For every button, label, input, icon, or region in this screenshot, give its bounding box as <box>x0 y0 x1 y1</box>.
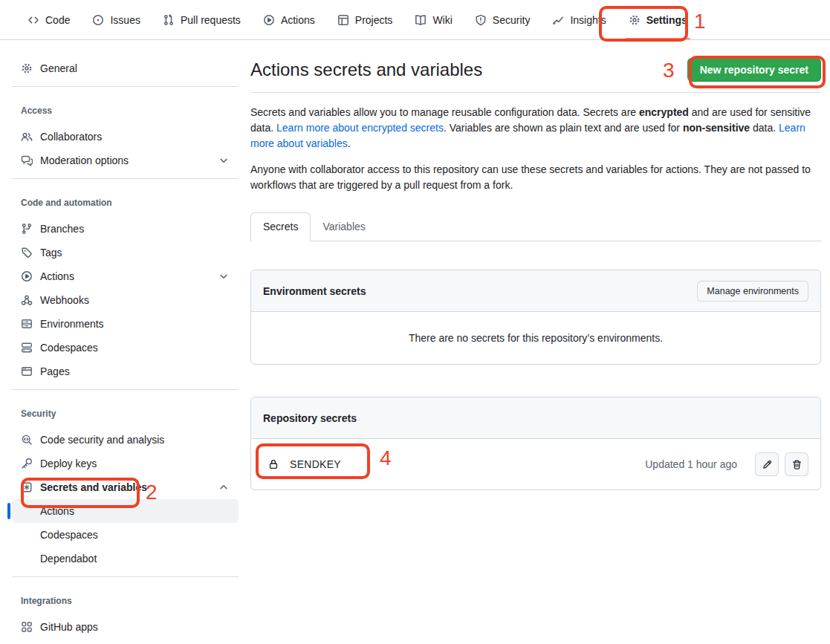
nav-tab-wiki[interactable]: Wiki <box>407 0 459 39</box>
nav-tab-actions[interactable]: Actions <box>256 0 322 39</box>
secrets-variables-tabnav: Secrets Variables <box>250 212 821 241</box>
sidebar-item-deploy-keys[interactable]: Deploy keys <box>12 452 239 475</box>
note-paragraph: Anyone with collaborator access to this … <box>250 162 821 193</box>
tab-secrets[interactable]: Secrets <box>250 212 311 241</box>
sidebar-item-tags[interactable]: Tags <box>12 241 239 264</box>
sidebar-section-code-and-automation: Code and automation <box>12 185 239 217</box>
environment-secrets-title: Environment secrets <box>263 285 366 297</box>
settings-layout: GeneralAccessCollaboratorsModeration opt… <box>0 40 830 644</box>
chevron-down-icon <box>218 155 230 166</box>
code-icon <box>27 14 39 26</box>
people-icon <box>21 131 33 143</box>
sidebar-item-actions[interactable]: Actions <box>12 499 239 523</box>
sidebar-item-environments[interactable]: Environments <box>12 312 239 336</box>
issue-icon <box>92 14 104 26</box>
sidebar-item-moderation-options[interactable]: Moderation options <box>12 149 239 172</box>
nav-tab-label: Issues <box>110 14 140 26</box>
intro-paragraph: Secrets and variables allow you to manag… <box>250 105 821 152</box>
intro-text: data. <box>750 122 779 134</box>
nav-tab-label: Wiki <box>432 14 452 26</box>
comment-icon <box>21 155 33 166</box>
new-repository-secret-button[interactable]: New repository secret <box>687 58 821 82</box>
server-icon <box>21 318 33 330</box>
book-icon <box>415 14 427 26</box>
sidebar-divider <box>12 178 239 179</box>
sidebar-item-code-security-and-analysis[interactable]: Code security and analysis <box>12 428 239 452</box>
sidebar-divider <box>12 86 239 87</box>
settings-sidebar: GeneralAccessCollaboratorsModeration opt… <box>0 40 250 644</box>
sidebar-item-label: GitHub apps <box>40 621 98 633</box>
sidebar-item-label: Tags <box>40 247 62 258</box>
nav-tab-security[interactable]: Security <box>467 0 538 39</box>
sidebar-item-general[interactable]: General <box>12 56 239 80</box>
sidebar-item-dependabot[interactable]: Dependabot <box>12 547 239 570</box>
sidebar-divider <box>12 389 239 390</box>
secret-name: SENDKEY <box>290 458 341 470</box>
sidebar-item-codespaces[interactable]: Codespaces <box>12 523 239 547</box>
key-icon <box>21 458 33 469</box>
branch-icon <box>21 223 33 235</box>
manage-environments-button[interactable]: Manage environments <box>697 281 808 302</box>
gear-icon <box>629 14 641 26</box>
sidebar-item-branches[interactable]: Branches <box>12 217 239 241</box>
link-learn-more-encrypted-secrets[interactable]: Learn more about encrypted secrets <box>276 122 444 134</box>
nav-tab-settings[interactable]: Settings <box>621 0 695 39</box>
nav-tab-code[interactable]: Code <box>20 0 77 39</box>
nav-tab-label: Security <box>493 14 531 26</box>
sidebar-item-label: Environments <box>40 318 104 330</box>
nav-tab-label: Actions <box>281 14 315 26</box>
nav-tab-pull-requests[interactable]: Pull requests <box>155 0 248 39</box>
secret-name-group: SENDKEY <box>263 458 341 470</box>
nav-tab-label: Pull requests <box>181 14 241 26</box>
delete-secret-button[interactable] <box>785 452 808 476</box>
edit-secret-button[interactable] <box>755 452 779 476</box>
sidebar-item-pages[interactable]: Pages <box>12 360 239 383</box>
pull-request-icon <box>163 14 175 26</box>
sidebar-item-label: Dependabot <box>40 553 97 565</box>
repository-secrets-box: Repository secrets SENDKEY Updated 1 hou… <box>250 397 821 490</box>
apps-icon <box>21 621 33 633</box>
chevron-up-icon <box>218 481 230 493</box>
sidebar-item-label: Deploy keys <box>40 458 97 469</box>
sidebar-item-github-apps[interactable]: GitHub apps <box>12 615 239 639</box>
sidebar-divider <box>12 576 239 577</box>
table-icon <box>337 14 349 26</box>
sidebar-item-codespaces[interactable]: Codespaces <box>12 336 239 360</box>
environment-secrets-box: Environment secrets Manage environments … <box>250 270 821 365</box>
key-asterisk-icon <box>21 481 33 493</box>
gear-icon <box>21 62 33 74</box>
nav-tab-label: Projects <box>355 14 393 26</box>
sidebar-item-webhooks[interactable]: Webhooks <box>12 288 239 312</box>
sidebar-item-email-notifications[interactable]: Email notifications <box>12 639 239 644</box>
nav-tab-issues[interactable]: Issues <box>85 0 147 39</box>
nav-tab-projects[interactable]: Projects <box>330 0 401 39</box>
nav-tab-insights[interactable]: Insights <box>545 0 613 39</box>
browser-icon <box>21 365 33 377</box>
environment-secrets-empty-text: There are no secrets for this repository… <box>251 312 820 364</box>
sidebar-item-label: Pages <box>40 365 70 377</box>
tag-icon <box>21 247 33 258</box>
sidebar-item-label: Codespaces <box>40 529 98 541</box>
sidebar-item-label: Actions <box>40 270 74 282</box>
page-header: Actions secrets and variables New reposi… <box>250 58 821 93</box>
intro-text: Secrets and variables allow you to manag… <box>250 106 639 118</box>
codespaces-icon <box>21 342 33 354</box>
sidebar-item-label: Actions <box>40 505 74 517</box>
sidebar-item-collaborators[interactable]: Collaborators <box>12 125 239 149</box>
repo-nav: CodeIssuesPull requestsActionsProjectsWi… <box>0 0 830 40</box>
secret-row: SENDKEY Updated 1 hour ago <box>251 439 820 489</box>
main-content: Actions secrets and variables New reposi… <box>250 40 821 490</box>
chevron-down-icon <box>218 270 230 282</box>
trash-icon <box>791 459 803 470</box>
bold-text: non-sensitive <box>683 122 750 134</box>
sidebar-section-access: Access <box>12 93 239 125</box>
repository-secrets-header: Repository secrets <box>251 397 820 439</box>
lock-icon <box>268 458 279 470</box>
page-title: Actions secrets and variables <box>250 59 482 80</box>
intro-text: . <box>348 137 351 149</box>
sidebar-item-actions[interactable]: Actions <box>12 264 239 288</box>
sidebar-item-secrets-and-variables[interactable]: Secrets and variables <box>12 475 239 499</box>
tab-variables[interactable]: Variables <box>311 212 377 241</box>
sidebar-item-label: Collaborators <box>40 131 102 143</box>
pencil-icon <box>762 459 773 470</box>
